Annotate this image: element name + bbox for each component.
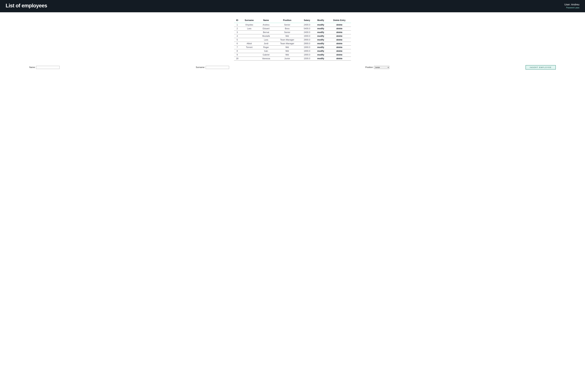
page-title: List of employees	[5, 3, 47, 8]
table-cell: 7	[234, 46, 240, 49]
delete-link[interactable]: delete	[336, 24, 342, 26]
table-cell: Team Manager	[274, 38, 300, 42]
delete-link[interactable]: delete	[336, 38, 342, 41]
table-cell: Mid	[274, 53, 300, 57]
col-header-surname: Surname	[240, 18, 258, 23]
table-cell	[240, 30, 258, 34]
table-cell: 5	[234, 38, 240, 42]
table-cell: Mid	[274, 34, 300, 38]
table-cell: 2400.0	[300, 23, 314, 27]
modify-cell: modify	[314, 49, 328, 53]
table-header-row: ID Surname Name Position Salary Modify D…	[234, 18, 351, 23]
table-cell: Vanessa	[258, 57, 274, 60]
delete-cell: delete	[328, 30, 351, 34]
delete-link[interactable]: delete	[336, 46, 342, 48]
modify-cell: modify	[314, 34, 328, 38]
delete-link[interactable]: delete	[336, 57, 342, 60]
table-cell: 1	[234, 23, 240, 27]
modify-link[interactable]: modify	[317, 24, 324, 26]
insert-employee-button[interactable]: INSERT EMPLOYEE	[526, 65, 556, 70]
name-label: Name:	[29, 66, 35, 68]
delete-link[interactable]: delete	[336, 50, 342, 52]
insert-employee-form: Name: Surname: Position: Junior INSERT E…	[29, 65, 556, 70]
modify-cell: modify	[314, 46, 328, 49]
position-label: Position:	[365, 66, 373, 68]
col-header-name: Name	[258, 18, 274, 23]
employee-table-container: ID Surname Name Position Salary Modify D…	[234, 18, 351, 60]
table-cell: 1900.0	[300, 34, 314, 38]
table-cell: Lara	[258, 38, 274, 42]
table-row: 18VanessaJunior1500.0modifydelete	[234, 57, 351, 60]
table-cell: Lara	[240, 27, 258, 30]
modify-cell: modify	[314, 27, 328, 30]
table-cell: 2400.0	[300, 30, 314, 34]
modify-cell: modify	[314, 38, 328, 42]
col-header-modify: Modify	[314, 18, 328, 23]
delete-cell: delete	[328, 46, 351, 49]
modify-link[interactable]: modify	[317, 38, 324, 41]
modify-link[interactable]: modify	[317, 35, 324, 37]
surname-input[interactable]	[206, 66, 229, 69]
password-line: Password: pass	[565, 6, 580, 9]
modify-cell: modify	[314, 23, 328, 27]
table-cell: Andreu	[258, 23, 274, 27]
table-cell: Torrent	[240, 46, 258, 49]
delete-link[interactable]: delete	[336, 54, 342, 56]
modify-link[interactable]: modify	[317, 50, 324, 52]
table-cell	[240, 49, 258, 53]
table-cell: 9	[234, 53, 240, 57]
modify-link[interactable]: modify	[317, 31, 324, 34]
table-cell: 1900.0	[300, 46, 314, 49]
table-cell: 5400.0	[300, 27, 314, 30]
page-header: List of employees User: Andreu Password:…	[0, 0, 585, 12]
user-line: User: Andreu	[565, 3, 580, 6]
table-cell: Mustafà	[258, 34, 274, 38]
table-row: 3BernatSenior2400.0modifydelete	[234, 30, 351, 34]
modify-link[interactable]: modify	[317, 46, 324, 48]
position-select[interactable]: Junior	[374, 66, 389, 69]
table-row: 7TorrentRogerMid1900.0modifydelete	[234, 46, 351, 49]
modify-link[interactable]: modify	[317, 28, 324, 30]
delete-link[interactable]: delete	[336, 28, 342, 30]
delete-cell: delete	[328, 23, 351, 27]
col-header-salary: Salary	[300, 18, 314, 23]
delete-link[interactable]: delete	[336, 42, 342, 45]
table-row: 9GabrielMid1900.0modifydelete	[234, 53, 351, 57]
modify-link[interactable]: modify	[317, 57, 324, 60]
col-header-id: ID	[234, 18, 240, 23]
delete-link[interactable]: delete	[336, 35, 342, 37]
modify-cell: modify	[314, 53, 328, 57]
name-input[interactable]	[36, 66, 59, 69]
table-cell: Bernat	[258, 30, 274, 34]
table-cell: 4	[234, 34, 240, 38]
modify-cell: modify	[314, 57, 328, 60]
modify-link[interactable]: modify	[317, 42, 324, 45]
table-row: 2LaraEduardBoss5400.0modifydelete	[234, 27, 351, 30]
delete-cell: delete	[328, 53, 351, 57]
table-cell: Jordi	[258, 42, 274, 46]
modify-link[interactable]: modify	[317, 54, 324, 56]
delete-link[interactable]: delete	[336, 31, 342, 34]
table-cell: Roger	[258, 46, 274, 49]
table-cell: Albiol	[240, 42, 258, 46]
table-cell: Team Manager	[274, 42, 300, 46]
table-cell	[240, 38, 258, 42]
table-cell: 1500.0	[300, 57, 314, 60]
table-cell: Boss	[274, 27, 300, 30]
name-group: Name:	[29, 66, 59, 69]
table-cell: Iván	[258, 49, 274, 53]
delete-cell: delete	[328, 34, 351, 38]
employee-table: ID Surname Name Position Salary Modify D…	[234, 18, 351, 60]
table-cell: Senior	[274, 23, 300, 27]
table-cell: Vinyoles	[240, 23, 258, 27]
delete-cell: delete	[328, 27, 351, 30]
delete-cell: delete	[328, 49, 351, 53]
table-cell: Senior	[274, 30, 300, 34]
table-cell: 1900.0	[300, 53, 314, 57]
table-cell: Gabriel	[258, 53, 274, 57]
delete-cell: delete	[328, 42, 351, 46]
col-header-delete: Delete Entry	[328, 18, 351, 23]
table-cell	[240, 57, 258, 60]
modify-cell: modify	[314, 30, 328, 34]
col-header-position: Position	[274, 18, 300, 23]
